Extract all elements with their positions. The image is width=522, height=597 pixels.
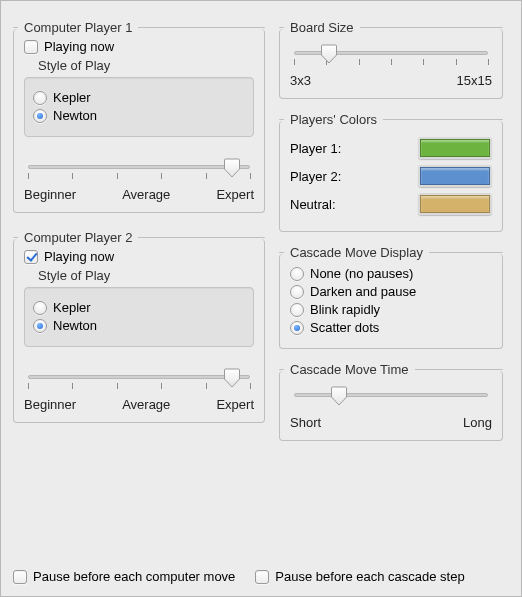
checkbox-icon — [24, 250, 38, 264]
group-title: Cascade Move Display — [290, 245, 423, 260]
radio-icon — [290, 321, 304, 335]
style-p1-label: Kepler — [53, 90, 91, 105]
playing-now-label: Playing now — [44, 249, 114, 264]
slider-label-average: Average — [122, 397, 170, 412]
pause-before-computer-label: Pause before each computer move — [33, 569, 235, 584]
color-label: Player 1: — [290, 141, 341, 156]
cascade-display-option[interactable]: None (no pauses) — [290, 266, 492, 281]
cascade-time-max-label: Long — [463, 415, 492, 430]
slider-label-beginner: Beginner — [24, 397, 76, 412]
radio-icon — [290, 267, 304, 281]
style-of-play-inset-p1: KeplerNewton — [24, 77, 254, 137]
slider-label-beginner: Beginner — [24, 187, 76, 202]
group-title: Cascade Move Time — [290, 362, 409, 377]
cascade-time-min-label: Short — [290, 415, 321, 430]
cascade-display-option[interactable]: Blink rapidly — [290, 302, 492, 317]
color-well[interactable] — [418, 165, 492, 187]
radio-icon — [290, 285, 304, 299]
board-size-slider[interactable] — [290, 41, 492, 71]
playing-now-label: Playing now — [44, 39, 114, 54]
group-computer-player-1: Computer Player 1 Playing now Style of P… — [13, 29, 265, 213]
style-of-play-inset-p2: KeplerNewton — [24, 287, 254, 347]
board-size-max-label: 15x15 — [457, 73, 492, 88]
style-p1-option[interactable]: Kepler — [33, 90, 245, 105]
color-label: Neutral: — [290, 197, 336, 212]
color-label: Player 2: — [290, 169, 341, 184]
style-p2-option[interactable]: Kepler — [33, 300, 245, 315]
group-players-colors: Players' Colors Player 1:Player 2:Neutra… — [279, 121, 503, 232]
cascade-display-option[interactable]: Scatter dots — [290, 320, 492, 335]
color-row: Player 1: — [290, 137, 492, 159]
radio-icon — [33, 109, 47, 123]
pause-before-cascade-label: Pause before each cascade step — [275, 569, 464, 584]
radio-icon — [33, 319, 47, 333]
board-size-min-label: 3x3 — [290, 73, 311, 88]
style-p2-option[interactable]: Newton — [33, 318, 245, 333]
group-computer-player-2: Computer Player 2 Playing now Style of P… — [13, 239, 265, 423]
style-of-play-title: Style of Play — [38, 58, 254, 73]
cascade-time-slider[interactable] — [290, 383, 492, 413]
group-title: Computer Player 2 — [24, 230, 132, 245]
group-cascade-display: Cascade Move Display None (no pauses)Dar… — [279, 254, 503, 349]
group-title: Players' Colors — [290, 112, 377, 127]
cascade-display-label: Darken and pause — [310, 284, 416, 299]
skill-slider-p2[interactable] — [24, 365, 254, 395]
pause-before-cascade-checkbox[interactable]: Pause before each cascade step — [255, 569, 464, 584]
slider-label-expert: Expert — [216, 187, 254, 202]
slider-thumb[interactable] — [320, 44, 337, 64]
checkbox-icon — [255, 570, 269, 584]
checkbox-icon — [13, 570, 27, 584]
cascade-display-label: Blink rapidly — [310, 302, 380, 317]
radio-icon — [290, 303, 304, 317]
group-board-size: Board Size 3x3 15x15 — [279, 29, 503, 99]
style-p1-option[interactable]: Newton — [33, 108, 245, 123]
slider-thumb[interactable] — [224, 158, 241, 178]
color-row: Player 2: — [290, 165, 492, 187]
playing-now-checkbox-p1[interactable]: Playing now — [24, 39, 254, 54]
skill-slider-p1[interactable] — [24, 155, 254, 185]
group-title: Computer Player 1 — [24, 20, 132, 35]
checkbox-icon — [24, 40, 38, 54]
playing-now-checkbox-p2[interactable]: Playing now — [24, 249, 254, 264]
slider-thumb[interactable] — [224, 368, 241, 388]
pause-before-computer-checkbox[interactable]: Pause before each computer move — [13, 569, 235, 584]
cascade-display-label: None (no pauses) — [310, 266, 413, 281]
style-of-play-title: Style of Play — [38, 268, 254, 283]
slider-thumb[interactable] — [330, 386, 347, 406]
radio-icon — [33, 301, 47, 315]
color-well[interactable] — [418, 193, 492, 215]
color-row: Neutral: — [290, 193, 492, 215]
group-cascade-time: Cascade Move Time Short Long — [279, 371, 503, 441]
slider-label-average: Average — [122, 187, 170, 202]
slider-label-expert: Expert — [216, 397, 254, 412]
radio-icon — [33, 91, 47, 105]
style-p1-label: Newton — [53, 108, 97, 123]
cascade-display-option[interactable]: Darken and pause — [290, 284, 492, 299]
group-title: Board Size — [290, 20, 354, 35]
style-p2-label: Newton — [53, 318, 97, 333]
style-p2-label: Kepler — [53, 300, 91, 315]
color-well[interactable] — [418, 137, 492, 159]
cascade-display-label: Scatter dots — [310, 320, 379, 335]
